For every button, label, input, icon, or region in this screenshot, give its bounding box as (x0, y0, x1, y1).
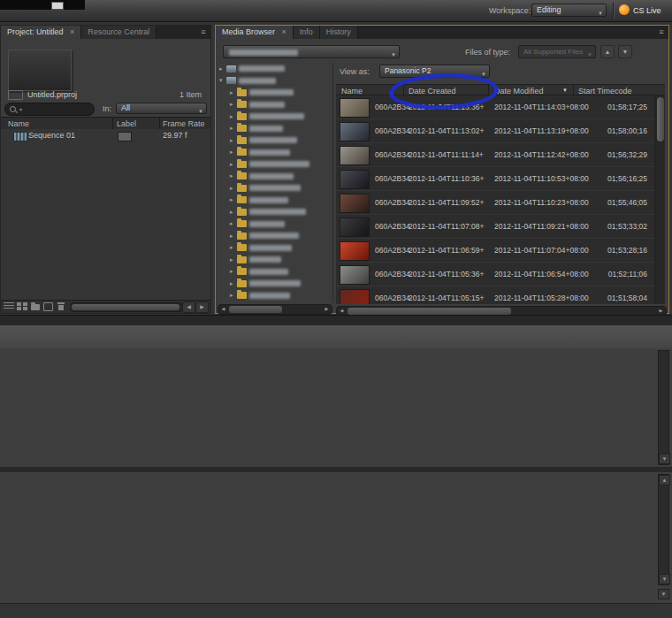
files-of-type-dropdown[interactable]: All Supported Files ▼ (518, 45, 596, 58)
media-file-row[interactable]: 060A2B34 2012-11-04T11:11:14+ 2012-11-04… (336, 143, 654, 167)
panel-menu-icon[interactable]: ≡ (196, 26, 210, 39)
scrollbar-thumb[interactable] (229, 306, 282, 313)
project-horizontal-scrollbar[interactable] (70, 302, 183, 312)
expand-triangle-icon[interactable]: ▸ (230, 196, 237, 203)
tree-folder-item[interactable]: ▸ (219, 206, 331, 218)
column-divider[interactable] (159, 118, 160, 129)
icon-view-icon[interactable] (17, 302, 27, 310)
tree-folder-item[interactable]: ▸ (219, 134, 331, 147)
media-list-vertical-scrollbar[interactable] (654, 95, 665, 304)
new-bin-icon[interactable] (31, 304, 40, 310)
scroll-up-icon[interactable]: ▲ (659, 475, 670, 485)
lower-panel-a-scrollbar[interactable]: ▼ (658, 350, 669, 465)
directory-path-dropdown[interactable]: ▼ (223, 45, 400, 58)
expand-triangle-icon[interactable]: ▸ (230, 220, 237, 227)
cs-live-button[interactable]: CS Live (633, 6, 661, 15)
media-file-row[interactable]: 060A2B34 2012-11-04T11:09:52+ 2012-11-04… (336, 191, 654, 215)
expand-triangle-icon[interactable]: ▸ (230, 233, 237, 240)
directory-up-icon[interactable]: ▲ (600, 45, 615, 58)
tree-folder-item[interactable]: ▸ (219, 242, 331, 255)
tree-folder-item[interactable]: ▸ (219, 158, 331, 171)
tree-horizontal-scrollbar[interactable]: ◀ ▶ (218, 304, 332, 315)
close-icon[interactable]: × (70, 27, 74, 36)
scroll-down-icon[interactable]: ▼ (659, 574, 670, 584)
expand-triangle-icon[interactable]: ▸ (230, 209, 237, 216)
column-name[interactable]: Name (8, 119, 29, 128)
project-search-input[interactable]: ▾ (4, 103, 95, 116)
column-frame-rate[interactable]: Frame Rate (163, 119, 205, 128)
tree-folder-item[interactable]: ▸ (219, 87, 331, 99)
scrollbar-thumb[interactable] (72, 304, 179, 310)
expand-triangle-icon[interactable]: ▸ (230, 256, 237, 263)
tab-history[interactable]: History (320, 26, 358, 39)
column-divider[interactable] (573, 85, 574, 95)
expand-triangle-icon[interactable]: ▸ (230, 280, 237, 287)
scroll-down-icon[interactable]: ▼ (659, 454, 670, 464)
scrollbar-thumb[interactable] (347, 308, 511, 315)
expand-triangle-icon[interactable]: ▸ (230, 185, 237, 192)
tree-folder-item[interactable]: ▸ (219, 290, 331, 302)
column-divider[interactable] (403, 85, 404, 95)
media-file-row[interactable]: 060A2B34 2012-11-04T11:13:36+ 2012-11-04… (336, 95, 654, 119)
column-start-timecode[interactable]: Start Timecode (578, 87, 632, 95)
expand-triangle-icon[interactable]: ▸ (230, 292, 237, 299)
tab-project-untitled[interactable]: Project: Untitled × (1, 26, 81, 39)
tree-folder-item[interactable]: ▸ (219, 147, 331, 159)
tree-folder-item[interactable]: ▸ (219, 278, 331, 290)
expand-triangle-icon[interactable]: ▸ (230, 101, 237, 108)
tree-folder-item[interactable]: ▸ (219, 182, 331, 195)
tree-folder-item[interactable]: ▸ (219, 99, 331, 111)
expand-triangle-icon[interactable]: ▸ (219, 65, 226, 72)
media-file-row[interactable]: 060A2B34 2012-11-04T11:06:59+ 2012-11-04… (336, 239, 654, 263)
new-item-icon[interactable] (43, 302, 53, 311)
lower-panel-b-scrollbar[interactable]: ▲ ▼ (658, 474, 669, 585)
scroll-left-icon[interactable]: ◀ (182, 301, 195, 313)
window-fragment-button[interactable] (51, 2, 64, 10)
expand-triangle-icon[interactable]: ▸ (230, 244, 237, 251)
search-options-chevron-icon[interactable]: ▾ (19, 106, 22, 112)
expand-triangle-icon[interactable]: ▸ (230, 89, 237, 96)
column-divider[interactable] (112, 118, 113, 129)
expand-triangle-icon[interactable]: ▸ (230, 149, 237, 156)
tree-folder-item[interactable]: ▸ (219, 195, 331, 207)
project-row-sequence[interactable]: Sequence 01 29.97 f (1, 129, 210, 141)
expand-triangle-icon[interactable]: ▸ (230, 137, 237, 144)
scroll-right-icon[interactable]: ▶ (657, 308, 665, 314)
trash-icon[interactable] (56, 302, 66, 310)
expand-triangle-icon[interactable]: ▸ (230, 113, 237, 120)
scrollbar-thumb[interactable] (657, 97, 664, 141)
column-name[interactable]: Name (341, 87, 363, 95)
tree-folder-item[interactable]: ▸ (219, 111, 331, 123)
scroll-down-icon[interactable]: ▼ (658, 589, 669, 599)
media-file-row[interactable]: 060A2B34 2012-11-04T11:07:08+ 2012-11-04… (336, 215, 654, 239)
column-date-modified[interactable]: Date Modified (494, 87, 544, 95)
column-divider[interactable] (488, 85, 489, 95)
expand-triangle-icon[interactable]: ▸ (230, 125, 237, 132)
tree-folder-item[interactable]: ▸ (219, 254, 331, 266)
tree-folder-item[interactable]: ▸ (219, 266, 331, 278)
column-label[interactable]: Label (117, 119, 136, 128)
media-file-row[interactable]: 060A2B34 2012-11-04T11:10:36+ 2012-11-04… (336, 167, 654, 191)
scroll-right-icon[interactable]: ▶ (323, 306, 331, 312)
expand-triangle-icon[interactable]: ▸ (230, 172, 237, 179)
scroll-right-icon[interactable]: ▶ (195, 301, 209, 313)
media-file-row[interactable]: 060A2B34 2012-11-04T11:05:36+ 2012-11-04… (336, 263, 654, 286)
tree-list-divider[interactable] (332, 63, 333, 302)
tree-folder-item[interactable]: ▸ (219, 63, 331, 75)
close-icon[interactable]: × (282, 27, 286, 36)
expand-triangle-icon[interactable]: ▸ (230, 268, 237, 275)
media-file-row[interactable]: 060A2B34 2012-11-04T11:05:15+ 2012-11-04… (336, 286, 654, 304)
list-view-icon[interactable] (4, 302, 14, 310)
tree-folder-item[interactable]: ▸ (219, 218, 331, 231)
tab-media-browser[interactable]: Media Browser × (216, 26, 294, 39)
scroll-left-icon[interactable]: ◀ (219, 306, 227, 312)
tab-resource-central[interactable]: Resource Central (81, 26, 157, 39)
expand-triangle-icon[interactable]: ▸ (230, 161, 237, 168)
tree-folder-item[interactable]: ▸ (219, 171, 331, 183)
scroll-left-icon[interactable]: ◀ (338, 308, 346, 314)
tree-folder-item[interactable]: ▸ (219, 230, 331, 242)
tab-info[interactable]: Info (294, 26, 320, 39)
column-date-created[interactable]: Date Created (409, 87, 456, 95)
search-scope-dropdown[interactable]: All ▼ (116, 103, 207, 114)
tree-folder-item[interactable]: ▸ (219, 123, 331, 135)
